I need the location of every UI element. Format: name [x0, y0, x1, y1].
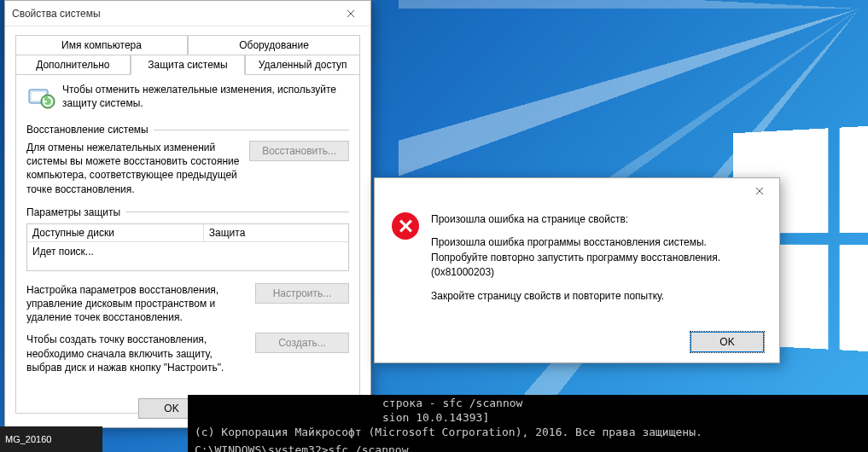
tab-advanced[interactable]: Дополнительно: [15, 55, 131, 75]
tab-computer-name[interactable]: Имя компьютера: [15, 35, 188, 55]
divider: [125, 212, 349, 212]
col-protection[interactable]: Защита: [204, 224, 348, 242]
system-properties-dialog: Свойства системы Имя компьютера Оборудов…: [4, 0, 371, 428]
cmd-title-fragment: строка - sfc /scannow: [195, 397, 861, 411]
error-text: Произошла ошибка на странице свойств: Пр…: [431, 212, 764, 312]
intro-text: Чтобы отменить нежелательные изменения, …: [62, 83, 349, 110]
drives-table[interactable]: Доступные диски Защита Идет поиск...: [26, 223, 349, 271]
dialog-title: Свойства системы: [12, 8, 331, 20]
taskbar-thumbnail[interactable]: MG_20160: [0, 426, 102, 452]
taskbar-thumbnail-label: MG_20160: [5, 434, 51, 444]
restore-description: Для отмены нежелательных изменений систе…: [26, 141, 241, 196]
titlebar[interactable]: Свойства системы: [5, 1, 370, 26]
section-restore-label: Восстановление системы: [26, 124, 149, 136]
close-button[interactable]: [331, 1, 370, 26]
tab-hardware[interactable]: Оборудование: [188, 35, 360, 55]
configure-description: Настройка параметров восстановления, упр…: [26, 283, 247, 325]
error-icon: [392, 212, 419, 240]
cmd-version-fragment: sion 10.0.14393]: [195, 411, 861, 426]
cmd-prompt-line: C:\WINDOWS\system32>sfc /scannow: [195, 443, 861, 452]
table-status-row: Идет поиск...: [27, 242, 348, 261]
tab-remote[interactable]: Удаленный доступ: [245, 55, 360, 75]
tab-panel: Чтобы отменить нежелательные изменения, …: [15, 74, 360, 414]
create-button[interactable]: Создать...: [255, 333, 349, 353]
cmd-copyright: (c) Корпорация Майкрософт (Microsoft Cor…: [195, 426, 861, 440]
restore-button[interactable]: Восстановить...: [249, 141, 349, 161]
divider: [154, 130, 349, 130]
error-line-1: Произошла ошибка на странице свойств:: [431, 212, 764, 227]
configure-button[interactable]: Настроить...: [255, 283, 349, 304]
close-icon: [347, 9, 355, 18]
col-drives[interactable]: Доступные диски: [27, 224, 204, 242]
ok-button[interactable]: OK: [690, 332, 764, 352]
create-description: Чтобы создать точку восстановления, необ…: [26, 333, 247, 374]
command-prompt[interactable]: строка - sfc /scannow sion 10.0.14393] (…: [188, 395, 868, 452]
error-line-3: Закройте страницу свойств и повторите по…: [431, 289, 764, 304]
section-params-label: Параметры защиты: [26, 206, 120, 218]
close-button[interactable]: [740, 178, 779, 204]
system-protection-icon: [26, 83, 55, 112]
error-line-2: Произошла ошибка программы восстановлени…: [431, 235, 764, 280]
titlebar[interactable]: [375, 178, 779, 204]
tab-system-protection[interactable]: Защита системы: [131, 55, 246, 75]
tab-strip: Имя компьютера Оборудование Дополнительн…: [15, 35, 360, 414]
error-dialog: Произошла ошибка на странице свойств: Пр…: [374, 177, 780, 363]
close-icon: [755, 187, 764, 195]
